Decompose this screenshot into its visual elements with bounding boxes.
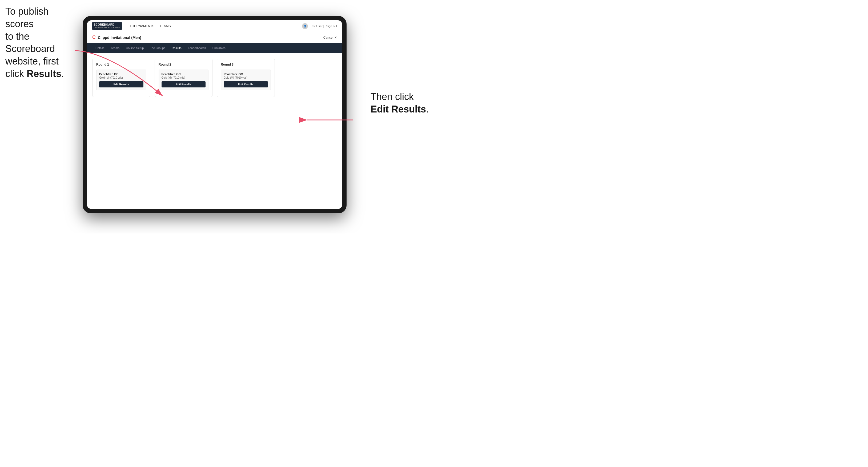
tab-course-setup[interactable]: Course Setup bbox=[123, 43, 147, 53]
tab-tee-groups[interactable]: Tee Groups bbox=[147, 43, 168, 53]
round-3-card: Round 3 Peachtree GC Gold (M) (7010 yds)… bbox=[217, 59, 275, 97]
round-3-edit-results-button[interactable]: Edit Results bbox=[224, 81, 268, 87]
nav-tournaments[interactable]: TOURNAMENTS bbox=[130, 24, 154, 28]
tournament-name: Clippd Invitational (Men) bbox=[98, 35, 141, 40]
scoreboard-logo: SCOREBOARD Powered by clippd bbox=[92, 22, 122, 30]
nav-right: 👤 Test User | Sign out bbox=[302, 23, 337, 29]
empty-column bbox=[279, 59, 337, 97]
top-navbar: SCOREBOARD Powered by clippd TOURNAMENTS… bbox=[87, 20, 342, 32]
round-1-edit-results-button[interactable]: Edit Results bbox=[99, 81, 144, 87]
round-3-course-card: Peachtree GC Gold (M) (7010 yds) Edit Re… bbox=[221, 69, 271, 90]
rounds-grid: Round 1 Peachtree GC Gold (M) (7010 yds)… bbox=[92, 59, 337, 97]
tab-details[interactable]: Details bbox=[92, 43, 108, 53]
round-1-course-name: Peachtree GC bbox=[99, 72, 144, 76]
tournament-header: C Clippd Invitational (Men) Cancel ✕ bbox=[87, 32, 342, 43]
nav-teams[interactable]: TEAMS bbox=[160, 24, 170, 28]
tablet-device: SCOREBOARD Powered by clippd TOURNAMENTS… bbox=[83, 16, 347, 213]
user-name: Test User | bbox=[310, 25, 324, 28]
instruction-left: To publish scores to the Scoreboard webs… bbox=[5, 5, 75, 80]
tournament-title-row: C Clippd Invitational (Men) bbox=[92, 35, 141, 40]
logo-area: SCOREBOARD Powered by clippd bbox=[92, 22, 122, 30]
round-2-course-name: Peachtree GC bbox=[161, 72, 206, 76]
round-1-course-card: Peachtree GC Gold (M) (7010 yds) Edit Re… bbox=[96, 69, 146, 90]
instruction-right: Then click Edit Results. bbox=[371, 91, 429, 116]
tab-bar: Details Teams Course Setup Tee Groups Re… bbox=[87, 43, 342, 53]
round-2-edit-results-button[interactable]: Edit Results bbox=[161, 81, 206, 87]
user-avatar: 👤 bbox=[302, 23, 308, 29]
main-content: Round 1 Peachtree GC Gold (M) (7010 yds)… bbox=[87, 53, 342, 209]
round-1-card: Round 1 Peachtree GC Gold (M) (7010 yds)… bbox=[92, 59, 150, 97]
sign-out-link[interactable]: Sign out bbox=[326, 25, 337, 28]
round-1-title: Round 1 bbox=[96, 63, 146, 66]
round-1-course-detail: Gold (M) (7010 yds) bbox=[99, 76, 144, 79]
round-2-course-detail: Gold (M) (7010 yds) bbox=[161, 76, 206, 79]
round-2-course-card: Peachtree GC Gold (M) (7010 yds) Edit Re… bbox=[159, 69, 209, 90]
round-3-title: Round 3 bbox=[221, 63, 271, 66]
round-3-course-name: Peachtree GC bbox=[224, 72, 268, 76]
round-3-course-detail: Gold (M) (7010 yds) bbox=[224, 76, 268, 79]
tab-teams[interactable]: Teams bbox=[108, 43, 123, 53]
round-2-card: Round 2 Peachtree GC Gold (M) (7010 yds)… bbox=[155, 59, 213, 97]
tablet-screen: SCOREBOARD Powered by clippd TOURNAMENTS… bbox=[87, 20, 342, 209]
clippd-logo-c: C bbox=[92, 35, 96, 40]
tab-results[interactable]: Results bbox=[168, 43, 185, 53]
cancel-button[interactable]: Cancel ✕ bbox=[323, 36, 337, 39]
tab-leaderboards[interactable]: Leaderboards bbox=[185, 43, 209, 53]
nav-links: TOURNAMENTS TEAMS bbox=[130, 24, 302, 28]
close-icon: ✕ bbox=[334, 36, 337, 39]
tab-printables[interactable]: Printables bbox=[209, 43, 229, 53]
round-2-title: Round 2 bbox=[159, 63, 209, 66]
